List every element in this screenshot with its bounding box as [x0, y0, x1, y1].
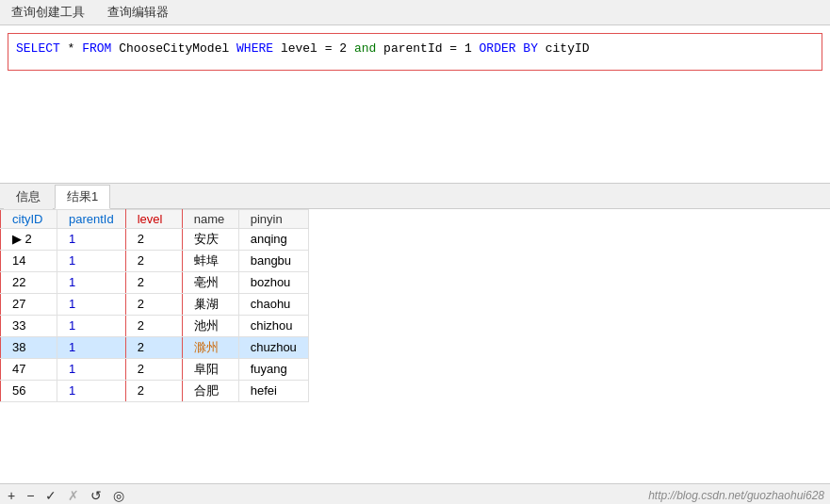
add-button[interactable]: + — [6, 487, 17, 504]
cell-cityid: 38 — [1, 336, 57, 358]
cell-parentid: 1 — [57, 228, 126, 250]
col-header-name: name — [182, 209, 238, 228]
sql-from: FROM — [82, 41, 111, 56]
cell-cityid: 56 — [1, 380, 57, 401]
editor-spacer — [0, 101, 830, 183]
cell-parentid: 1 — [57, 358, 126, 380]
cell-parentid: 1 — [57, 336, 126, 358]
sql-cond1: level = 2 — [273, 41, 354, 56]
sql-table: ChooseCityModel — [111, 41, 236, 56]
cancel-button[interactable]: ✗ — [66, 487, 81, 504]
table-row: 5612合肥hefei — [1, 380, 309, 401]
cell-parentid: 1 — [57, 271, 126, 293]
table-row: 4712阜阳fuyang — [1, 358, 309, 380]
main-area: SELECT * FROM ChooseCityModel WHERE leve… — [0, 25, 830, 504]
sql-star: * — [60, 41, 82, 56]
tab-result1[interactable]: 结果1 — [55, 185, 110, 209]
menubar: 查询创建工具 查询编辑器 — [0, 0, 830, 25]
cell-level: 2 — [125, 358, 182, 380]
results-area[interactable]: cityID parentId level name pinyin ▶ 212安… — [0, 209, 830, 484]
table-row: 1412蚌埠bangbu — [1, 250, 309, 271]
col-header-level: level — [125, 209, 182, 228]
cell-cityid: 27 — [1, 293, 57, 315]
sql-orderby: cityID — [538, 41, 590, 56]
sql-box[interactable]: SELECT * FROM ChooseCityModel WHERE leve… — [8, 33, 822, 71]
results-table: cityID parentId level name pinyin ▶ 212安… — [0, 209, 309, 402]
sql-editor-area: SELECT * FROM ChooseCityModel WHERE leve… — [0, 25, 830, 101]
cell-level: 2 — [125, 228, 182, 250]
cell-pinyin: hefei — [238, 380, 308, 401]
table-row: 2212亳州bozhou — [1, 271, 309, 293]
tab-info[interactable]: 信息 — [4, 185, 53, 209]
sql-select: SELECT — [16, 41, 60, 56]
cell-name: 阜阳 — [182, 358, 238, 380]
settings-button[interactable]: ◎ — [111, 487, 126, 504]
menu-query-builder[interactable]: 查询创建工具 — [4, 2, 92, 23]
confirm-button[interactable]: ✓ — [43, 487, 58, 504]
cell-name: 蚌埠 — [182, 250, 238, 271]
cell-pinyin: chaohu — [238, 293, 308, 315]
cell-level: 2 — [125, 250, 182, 271]
watermark: http://blog.csdn.net/guozhaohui628 — [648, 489, 824, 502]
cell-level: 2 — [125, 271, 182, 293]
col-header-parentid: parentId — [57, 209, 126, 228]
bottom-toolbar: + − ✓ ✗ ↺ ◎ http://blog.csdn.net/guozhao… — [0, 483, 830, 504]
cell-pinyin: fuyang — [238, 358, 308, 380]
cell-level: 2 — [125, 315, 182, 336]
col-header-cityid: cityID — [1, 209, 57, 228]
menu-query-editor[interactable]: 查询编辑器 — [100, 2, 176, 23]
col-header-pinyin: pinyin — [238, 209, 308, 228]
cell-pinyin: chizhou — [238, 315, 308, 336]
sql-and: and — [354, 41, 376, 56]
cell-name: 亳州 — [182, 271, 238, 293]
remove-button[interactable]: − — [24, 487, 36, 504]
toolbar-left: + − ✓ ✗ ↺ ◎ — [6, 487, 126, 504]
cell-pinyin: bozhou — [238, 271, 308, 293]
cell-name: 合肥 — [182, 380, 238, 401]
table-row: 3312池州chizhou — [1, 315, 309, 336]
cell-name: 巢湖 — [182, 293, 238, 315]
table-row: ▶ 212安庆anqing — [1, 228, 309, 250]
table-header-row: cityID parentId level name pinyin — [1, 209, 309, 228]
sql-where: WHERE — [236, 41, 273, 56]
cell-parentid: 1 — [57, 315, 126, 336]
cell-parentid: 1 — [57, 250, 126, 271]
cell-cityid: 33 — [1, 315, 57, 336]
sql-cond2: parentId = 1 — [376, 41, 471, 56]
cell-name: 池州 — [182, 315, 238, 336]
cell-level: 2 — [125, 380, 182, 401]
table-body: ▶ 212安庆anqing1412蚌埠bangbu2212亳州bozhou271… — [1, 228, 309, 401]
cell-name: 安庆 — [182, 228, 238, 250]
cell-pinyin: chuzhou — [238, 336, 308, 358]
refresh-button[interactable]: ↺ — [89, 487, 104, 504]
cell-pinyin: bangbu — [238, 250, 308, 271]
cell-parentid: 1 — [57, 380, 126, 401]
cell-level: 2 — [125, 293, 182, 315]
table-row: 2712巢湖chaohu — [1, 293, 309, 315]
cell-parentid: 1 — [57, 293, 126, 315]
cell-cityid: 14 — [1, 250, 57, 271]
table-row: 3812滁州chuzhou — [1, 336, 309, 358]
cell-pinyin: anqing — [238, 228, 308, 250]
sql-order: ORDER BY — [472, 41, 538, 56]
cell-cityid: 22 — [1, 271, 57, 293]
cell-name: 滁州 — [182, 336, 238, 358]
cell-cityid: 47 — [1, 358, 57, 380]
tabs-bar: 信息 结果1 — [0, 184, 830, 209]
cell-level: 2 — [125, 336, 182, 358]
cell-cityid: ▶ 2 — [1, 228, 57, 250]
